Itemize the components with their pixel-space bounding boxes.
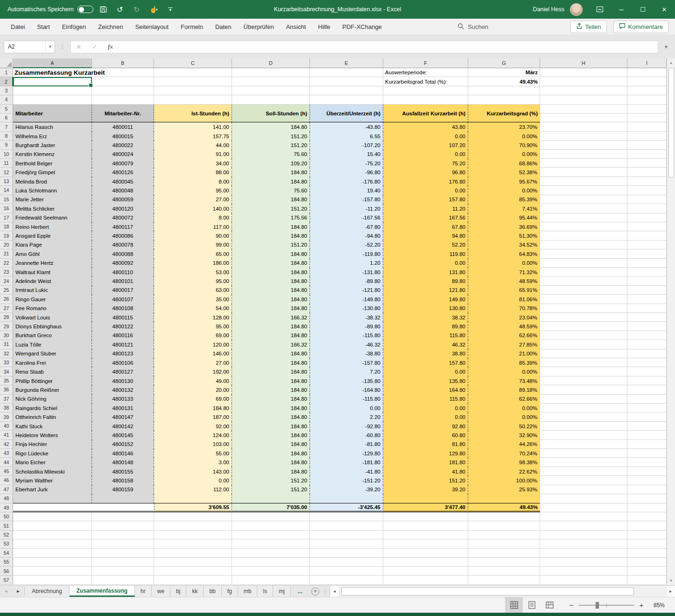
row-header-3[interactable]: 3 — [0, 86, 13, 95]
table-cell[interactable]: -131.80 — [310, 268, 383, 276]
maximize-button[interactable]: ☐ — [632, 0, 654, 19]
cell[interactable] — [540, 494, 627, 503]
ribbon-tab-zeichnen[interactable]: Zeichnen — [92, 19, 129, 35]
page-layout-view-button[interactable] — [523, 597, 541, 613]
table-cell[interactable]: 4800115 — [92, 313, 154, 322]
table-cell[interactable]: 22.62% — [468, 467, 540, 476]
table-cell[interactable]: 4800108 — [92, 304, 154, 313]
cell[interactable] — [13, 512, 92, 521]
row-header-13[interactable]: 13 — [0, 177, 13, 186]
horizontal-scrollbar[interactable]: ◄ ► — [330, 586, 675, 597]
table-cell[interactable]: 115.80 — [383, 331, 468, 340]
table-cell[interactable]: 187.00 — [154, 412, 232, 421]
ribbon-tab-ansicht[interactable]: Ansicht — [280, 19, 312, 35]
cell[interactable] — [383, 539, 468, 548]
table-cell[interactable]: 67.80 — [383, 222, 468, 231]
table-cell[interactable]: -46.32 — [310, 340, 383, 349]
cell[interactable] — [468, 539, 540, 548]
cell[interactable] — [627, 549, 667, 558]
cancel-icon[interactable]: ✕ — [71, 43, 87, 50]
row-header-32[interactable]: 32 — [0, 349, 13, 358]
table-cell[interactable]: 184.80 — [232, 259, 310, 268]
row-header-28[interactable]: 28 — [0, 313, 13, 322]
cell[interactable] — [627, 213, 667, 222]
row-header-5[interactable]: 5 — [0, 105, 13, 113]
table-cell[interactable]: Kerstin Klemenz — [13, 150, 92, 159]
table-cell[interactable]: 46.32 — [383, 340, 468, 349]
table-header-cell[interactable]: Mitarbeiter — [13, 105, 92, 123]
insert-function-icon[interactable]: fx — [103, 43, 119, 50]
cell[interactable] — [540, 77, 627, 86]
table-cell[interactable]: 151.20 — [383, 476, 468, 485]
column-header-c[interactable]: C — [154, 58, 232, 68]
cell[interactable] — [232, 95, 310, 104]
table-cell[interactable]: 75.60 — [232, 186, 310, 195]
table-cell[interactable]: 0.00% — [468, 132, 540, 141]
period-value-cell[interactable]: März — [468, 68, 540, 77]
table-cell[interactable]: 95.67% — [468, 177, 540, 186]
table-cell[interactable]: Finja Hechler — [13, 440, 92, 449]
table-cell[interactable]: 3.00 — [154, 458, 232, 467]
table-cell[interactable]: -121.80 — [310, 286, 383, 295]
cell[interactable] — [627, 113, 667, 122]
table-cell[interactable]: 4800072 — [92, 213, 154, 222]
table-cell[interactable]: 60.80 — [383, 431, 468, 439]
table-cell[interactable]: Ansgard Epple — [13, 231, 92, 240]
table-cell[interactable]: Nick Göhring — [13, 395, 92, 404]
table-cell[interactable]: 157.80 — [383, 195, 468, 204]
table-cell[interactable]: 184.80 — [232, 449, 310, 458]
row-header-25[interactable]: 25 — [0, 286, 13, 295]
cell[interactable] — [540, 503, 627, 512]
cell[interactable] — [627, 367, 667, 376]
formula-bar-expand-icon[interactable]: ▼ — [661, 44, 671, 50]
table-cell[interactable]: 85.39% — [468, 358, 540, 367]
table-cell[interactable]: 41.80 — [383, 467, 468, 476]
row-header-45[interactable]: 45 — [0, 467, 13, 476]
table-cell[interactable]: 140.00 — [154, 204, 232, 213]
table-cell[interactable]: 53.00 — [154, 268, 232, 276]
table-cell[interactable]: -43.80 — [310, 122, 383, 131]
column-header-h[interactable]: H — [540, 58, 627, 68]
table-cell[interactable]: Rigo Lüdecke — [13, 449, 92, 458]
sheet-tab-abrechnung[interactable]: Abrechnung — [25, 586, 70, 597]
table-cell[interactable]: 62.66% — [468, 331, 540, 340]
table-cell[interactable]: 4800011 — [92, 122, 154, 131]
table-cell[interactable]: 4800078 — [92, 241, 154, 249]
table-cell[interactable]: 184.80 — [232, 458, 310, 467]
table-cell[interactable]: 98.38% — [468, 458, 540, 467]
totals-cell[interactable]: 7'035.00 — [232, 503, 310, 512]
cell[interactable] — [154, 68, 232, 77]
table-cell[interactable]: 151.20 — [232, 132, 310, 141]
table-cell[interactable]: 143.00 — [154, 467, 232, 476]
table-cell[interactable]: 4800130 — [92, 376, 154, 385]
sheet-tab-fg[interactable]: fg — [222, 586, 238, 597]
column-header-e[interactable]: E — [310, 58, 383, 68]
cell[interactable] — [540, 395, 627, 404]
row-header-16[interactable]: 16 — [0, 204, 13, 213]
cell[interactable] — [232, 576, 310, 585]
row-header-8[interactable]: 8 — [0, 132, 13, 141]
cell[interactable] — [540, 141, 627, 149]
column-header-f[interactable]: F — [383, 58, 468, 68]
table-cell[interactable]: 81.06% — [468, 295, 540, 304]
zoom-out-icon[interactable]: − — [566, 601, 577, 609]
cell[interactable] — [232, 566, 310, 575]
cell[interactable] — [92, 566, 154, 575]
row-header-23[interactable]: 23 — [0, 268, 13, 276]
cell[interactable] — [154, 77, 232, 86]
row-header-24[interactable]: 24 — [0, 276, 13, 285]
table-cell[interactable]: 52.38% — [468, 168, 540, 177]
row-header-54[interactable]: 54 — [0, 549, 13, 558]
cell[interactable] — [627, 150, 667, 159]
table-cell[interactable] — [310, 494, 383, 503]
table-cell[interactable]: 36.69% — [468, 222, 540, 231]
cell[interactable] — [627, 168, 667, 177]
cell[interactable] — [13, 576, 92, 585]
totals-cell[interactable] — [13, 503, 92, 512]
table-cell[interactable]: 184.80 — [154, 404, 232, 412]
cell[interactable] — [154, 531, 232, 539]
table-cell[interactable]: 157.80 — [383, 358, 468, 367]
table-cell[interactable]: Waltraut Klamt — [13, 268, 92, 276]
table-cell[interactable]: 85.39% — [468, 195, 540, 204]
cell[interactable] — [92, 549, 154, 558]
